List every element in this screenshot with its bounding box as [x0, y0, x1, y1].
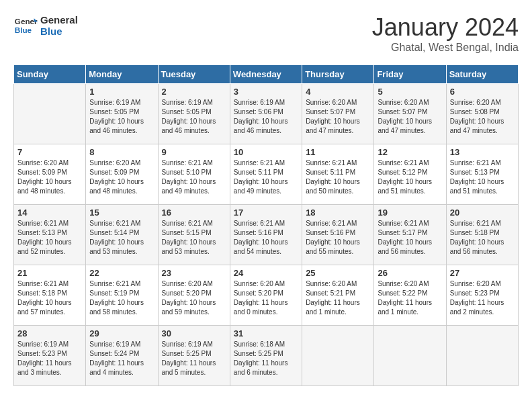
calendar-cell: 4Sunrise: 6:20 AM Sunset: 5:07 PM Daylig…	[302, 84, 374, 144]
day-info: Sunrise: 6:21 AM Sunset: 5:18 PM Dayligh…	[450, 219, 515, 257]
day-number: 20	[450, 208, 515, 218]
title-block: January 2024 Ghatal, West Bengal, India	[372, 13, 519, 54]
day-info: Sunrise: 6:20 AM Sunset: 5:23 PM Dayligh…	[450, 279, 515, 317]
day-number: 25	[306, 268, 370, 278]
day-number: 22	[89, 268, 154, 278]
day-number: 4	[306, 87, 370, 97]
calendar-cell: 18Sunrise: 6:21 AM Sunset: 5:16 PM Dayli…	[302, 205, 374, 265]
day-number: 1	[89, 87, 154, 97]
day-number: 19	[378, 208, 442, 218]
calendar-week-row: 28Sunrise: 6:19 AM Sunset: 5:23 PM Dayli…	[14, 326, 519, 386]
calendar-week-row: 14Sunrise: 6:21 AM Sunset: 5:13 PM Dayli…	[14, 205, 519, 265]
day-info: Sunrise: 6:20 AM Sunset: 5:08 PM Dayligh…	[450, 98, 515, 136]
day-number: 10	[234, 147, 298, 157]
day-info: Sunrise: 6:19 AM Sunset: 5:06 PM Dayligh…	[234, 98, 298, 136]
weekday-header-friday: Friday	[374, 65, 446, 84]
calendar-cell	[14, 84, 86, 144]
day-number: 9	[162, 147, 226, 157]
day-number: 3	[234, 87, 298, 97]
day-info: Sunrise: 6:21 AM Sunset: 5:10 PM Dayligh…	[162, 158, 226, 196]
calendar-cell: 27Sunrise: 6:20 AM Sunset: 5:23 PM Dayli…	[446, 265, 518, 326]
calendar-cell	[374, 326, 446, 386]
day-info: Sunrise: 6:20 AM Sunset: 5:07 PM Dayligh…	[378, 98, 442, 136]
weekday-header-saturday: Saturday	[446, 65, 518, 84]
day-info: Sunrise: 6:20 AM Sunset: 5:09 PM Dayligh…	[89, 158, 154, 196]
calendar-table: SundayMondayTuesdayWednesdayThursdayFrid…	[13, 64, 519, 386]
page-header: General Blue General Blue January 2024 G…	[13, 13, 519, 54]
day-info: Sunrise: 6:21 AM Sunset: 5:12 PM Dayligh…	[378, 158, 442, 196]
calendar-week-row: 21Sunrise: 6:21 AM Sunset: 5:18 PM Dayli…	[14, 265, 519, 326]
day-info: Sunrise: 6:19 AM Sunset: 5:05 PM Dayligh…	[162, 98, 226, 136]
day-number: 31	[234, 328, 298, 338]
month-title: January 2024	[372, 13, 519, 42]
day-number: 13	[450, 147, 515, 157]
day-info: Sunrise: 6:19 AM Sunset: 5:24 PM Dayligh…	[89, 340, 154, 377]
day-info: Sunrise: 6:21 AM Sunset: 5:14 PM Dayligh…	[89, 219, 154, 257]
calendar-cell: 22Sunrise: 6:21 AM Sunset: 5:19 PM Dayli…	[86, 265, 158, 326]
day-number: 6	[450, 87, 515, 97]
calendar-cell: 23Sunrise: 6:20 AM Sunset: 5:20 PM Dayli…	[158, 265, 230, 326]
day-info: Sunrise: 6:21 AM Sunset: 5:16 PM Dayligh…	[306, 219, 370, 257]
calendar-cell: 26Sunrise: 6:20 AM Sunset: 5:22 PM Dayli…	[374, 265, 446, 326]
day-number: 2	[162, 87, 226, 97]
day-info: Sunrise: 6:21 AM Sunset: 5:15 PM Dayligh…	[162, 219, 226, 257]
calendar-cell: 3Sunrise: 6:19 AM Sunset: 5:06 PM Daylig…	[230, 84, 302, 144]
day-info: Sunrise: 6:21 AM Sunset: 5:11 PM Dayligh…	[234, 158, 298, 196]
calendar-cell: 9Sunrise: 6:21 AM Sunset: 5:10 PM Daylig…	[158, 144, 230, 205]
calendar-cell: 24Sunrise: 6:20 AM Sunset: 5:20 PM Dayli…	[230, 265, 302, 326]
day-info: Sunrise: 6:19 AM Sunset: 5:05 PM Dayligh…	[89, 98, 154, 136]
day-number: 16	[162, 208, 226, 218]
calendar-cell: 15Sunrise: 6:21 AM Sunset: 5:14 PM Dayli…	[86, 205, 158, 265]
calendar-cell: 17Sunrise: 6:21 AM Sunset: 5:16 PM Dayli…	[230, 205, 302, 265]
day-number: 5	[378, 87, 442, 97]
day-number: 8	[89, 147, 154, 157]
day-info: Sunrise: 6:21 AM Sunset: 5:13 PM Dayligh…	[17, 219, 82, 257]
location-title: Ghatal, West Bengal, India	[372, 42, 519, 54]
day-info: Sunrise: 6:21 AM Sunset: 5:17 PM Dayligh…	[378, 219, 442, 257]
weekday-header-row: SundayMondayTuesdayWednesdayThursdayFrid…	[14, 65, 519, 84]
day-info: Sunrise: 6:18 AM Sunset: 5:25 PM Dayligh…	[234, 340, 298, 377]
day-number: 15	[89, 208, 154, 218]
day-number: 17	[234, 208, 298, 218]
weekday-header-tuesday: Tuesday	[158, 65, 230, 84]
day-info: Sunrise: 6:19 AM Sunset: 5:23 PM Dayligh…	[17, 340, 82, 377]
calendar-cell: 7Sunrise: 6:20 AM Sunset: 5:09 PM Daylig…	[14, 144, 86, 205]
calendar-week-row: 7Sunrise: 6:20 AM Sunset: 5:09 PM Daylig…	[14, 144, 519, 205]
calendar-cell: 20Sunrise: 6:21 AM Sunset: 5:18 PM Dayli…	[446, 205, 518, 265]
day-info: Sunrise: 6:20 AM Sunset: 5:09 PM Dayligh…	[17, 158, 82, 196]
day-number: 28	[17, 328, 82, 338]
weekday-header-thursday: Thursday	[302, 65, 374, 84]
calendar-cell: 2Sunrise: 6:19 AM Sunset: 5:05 PM Daylig…	[158, 84, 230, 144]
calendar-cell: 28Sunrise: 6:19 AM Sunset: 5:23 PM Dayli…	[14, 326, 86, 386]
calendar-cell: 5Sunrise: 6:20 AM Sunset: 5:07 PM Daylig…	[374, 84, 446, 144]
calendar-cell: 31Sunrise: 6:18 AM Sunset: 5:25 PM Dayli…	[230, 326, 302, 386]
calendar-cell: 12Sunrise: 6:21 AM Sunset: 5:12 PM Dayli…	[374, 144, 446, 205]
calendar-cell: 19Sunrise: 6:21 AM Sunset: 5:17 PM Dayli…	[374, 205, 446, 265]
day-number: 11	[306, 147, 370, 157]
day-number: 26	[378, 268, 442, 278]
day-number: 27	[450, 268, 515, 278]
calendar-cell: 8Sunrise: 6:20 AM Sunset: 5:09 PM Daylig…	[86, 144, 158, 205]
day-number: 12	[378, 147, 442, 157]
day-number: 30	[162, 328, 226, 338]
weekday-header-monday: Monday	[86, 65, 158, 84]
day-info: Sunrise: 6:21 AM Sunset: 5:13 PM Dayligh…	[450, 158, 515, 196]
svg-text:Blue: Blue	[15, 26, 32, 34]
logo: General Blue General Blue	[13, 13, 78, 38]
day-number: 14	[17, 208, 82, 218]
calendar-cell: 14Sunrise: 6:21 AM Sunset: 5:13 PM Dayli…	[14, 205, 86, 265]
calendar-cell: 29Sunrise: 6:19 AM Sunset: 5:24 PM Dayli…	[86, 326, 158, 386]
calendar-cell: 10Sunrise: 6:21 AM Sunset: 5:11 PM Dayli…	[230, 144, 302, 205]
calendar-cell: 6Sunrise: 6:20 AM Sunset: 5:08 PM Daylig…	[446, 84, 518, 144]
calendar-cell: 11Sunrise: 6:21 AM Sunset: 5:11 PM Dayli…	[302, 144, 374, 205]
calendar-cell: 21Sunrise: 6:21 AM Sunset: 5:18 PM Dayli…	[14, 265, 86, 326]
day-info: Sunrise: 6:20 AM Sunset: 5:20 PM Dayligh…	[162, 279, 226, 317]
calendar-week-row: 1Sunrise: 6:19 AM Sunset: 5:05 PM Daylig…	[14, 84, 519, 144]
day-info: Sunrise: 6:20 AM Sunset: 5:21 PM Dayligh…	[306, 279, 370, 317]
calendar-cell	[302, 326, 374, 386]
day-number: 21	[17, 268, 82, 278]
day-info: Sunrise: 6:21 AM Sunset: 5:16 PM Dayligh…	[234, 219, 298, 257]
day-info: Sunrise: 6:21 AM Sunset: 5:11 PM Dayligh…	[306, 158, 370, 196]
calendar-cell: 25Sunrise: 6:20 AM Sunset: 5:21 PM Dayli…	[302, 265, 374, 326]
day-info: Sunrise: 6:20 AM Sunset: 5:07 PM Dayligh…	[306, 98, 370, 136]
